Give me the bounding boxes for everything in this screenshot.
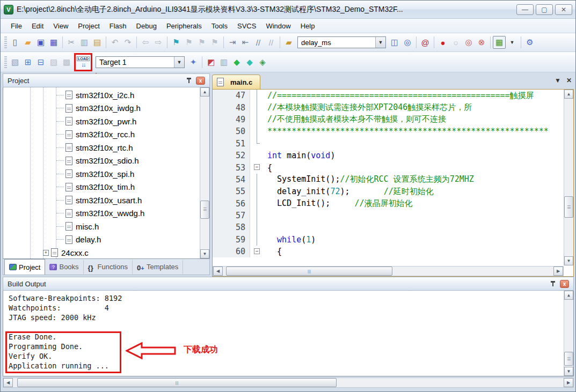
save-icon[interactable]: ▣ — [34, 36, 47, 49]
target-select-combobox[interactable]: Target 1 ▼ — [96, 56, 185, 68]
tab-list-dropdown-icon[interactable]: ▼ — [555, 77, 561, 84]
tree-item-stm32f10x_i2c-h[interactable]: stm32f10x_i2c.h — [3, 88, 200, 102]
menu-edit[interactable]: Edit — [27, 20, 48, 32]
select-software-packs-icon[interactable]: ◆ — [230, 56, 243, 69]
find-icon[interactable]: ◫ — [388, 36, 401, 49]
clear-bookmarks-icon[interactable]: ⚑ — [208, 36, 221, 49]
uncomment-icon[interactable]: // — [265, 36, 278, 49]
current-window-icon[interactable]: ▦ — [493, 36, 506, 49]
panel-tab-templates[interactable]: 0+Templates — [133, 260, 183, 274]
scroll-right-icon[interactable]: ▶ — [553, 267, 563, 276]
comment-icon[interactable]: // — [252, 36, 265, 49]
tree-item-stm32f10x_rtc-h[interactable]: stm32f10x_rtc.h — [3, 141, 200, 154]
menu-view[interactable]: View — [48, 20, 73, 32]
redo-icon[interactable]: ↷ — [121, 36, 134, 49]
menu-flash[interactable]: Flash — [105, 20, 132, 32]
tree-item-misc-h[interactable]: misc.h — [3, 220, 200, 233]
scroll-left-icon[interactable]: ◀ — [213, 267, 223, 276]
find-text-combobox[interactable]: delay_ms ▼ — [297, 36, 386, 48]
menu-window[interactable]: Window — [261, 20, 295, 32]
close-button[interactable]: ✕ — [555, 4, 572, 15]
bookmark-icon[interactable]: ⚑ — [170, 36, 183, 49]
window-dropdown-icon[interactable]: ▼ — [506, 36, 519, 49]
scrollbar-thumb[interactable]: ☰ — [564, 352, 573, 366]
rebuild-all-icon[interactable]: ▨ — [47, 56, 60, 69]
insert-breakpoint-icon[interactable]: ● — [436, 36, 449, 49]
tree-item-stm32f10x_wwdg-h[interactable]: stm32f10x_wwdg.h — [3, 207, 200, 220]
tree-item-stm32f10x_spi-h[interactable]: stm32f10x_spi.h — [3, 167, 200, 181]
previous-bookmark-icon[interactable]: ⚑ — [183, 36, 195, 49]
menu-debug[interactable]: Debug — [132, 20, 162, 32]
cut-icon[interactable]: ✂ — [65, 36, 78, 49]
toolbar-grip[interactable] — [4, 36, 7, 48]
build-target-icon[interactable]: ⊟ — [34, 56, 47, 69]
batch-build-icon[interactable]: ▩ — [60, 56, 73, 69]
editor-horizontal-scrollbar[interactable]: ◀ ||| ▶ — [213, 266, 564, 276]
code-surface[interactable]: 47//====================================… — [213, 90, 564, 265]
menu-file[interactable]: File — [6, 20, 27, 32]
build-output-scrollbar[interactable]: ▲ ☰ ▼ — [564, 291, 573, 376]
menu-tools[interactable]: Tools — [207, 20, 232, 32]
fold-margin[interactable]: − — [250, 246, 264, 257]
editor-vertical-scrollbar[interactable]: ▲ ☰ ▼ — [564, 90, 573, 265]
tab-main-c[interactable]: main.c — [212, 75, 260, 89]
software-packs-icon[interactable]: ◈ — [256, 56, 269, 69]
disable-all-breakpoints-icon[interactable]: ◎ — [462, 36, 475, 49]
combo-dropdown-icon[interactable]: ▼ — [174, 57, 184, 68]
menu-svcs[interactable]: SVCS — [232, 20, 261, 32]
menu-project[interactable]: Project — [73, 20, 104, 32]
find-in-files-at-icon[interactable]: @ — [419, 36, 432, 49]
tree-item-stm32f10x_iwdg-h[interactable]: stm32f10x_iwdg.h — [3, 102, 200, 115]
indent-icon[interactable]: ⇥ — [226, 36, 239, 49]
tree-item-stm32f10x_usart-h[interactable]: stm32f10x_usart.h — [3, 194, 200, 207]
scroll-down-icon[interactable]: ▼ — [564, 367, 573, 376]
project-tree[interactable]: stm32f10x_i2c.hstm32f10x_iwdg.hstm32f10x… — [3, 87, 210, 259]
copy-icon[interactable]: ▥ — [78, 36, 91, 49]
menu-help[interactable]: Help — [296, 20, 320, 32]
scroll-up-icon[interactable]: ▲ — [564, 291, 573, 300]
tree-item-24cxx-c[interactable]: +24cxx.c — [3, 246, 200, 259]
options-for-target-icon[interactable]: ✦ — [187, 56, 200, 69]
fold-margin[interactable]: − — [250, 161, 264, 173]
translate-file-icon[interactable]: ⊞ — [21, 56, 34, 69]
minimize-button[interactable]: — — [516, 4, 534, 15]
scroll-right-icon[interactable]: ▶ — [564, 378, 573, 387]
manage-runtime-environment-icon[interactable]: ◩ — [205, 56, 217, 69]
scroll-down-icon[interactable]: ▼ — [564, 256, 573, 265]
build-output-close-icon[interactable]: x — [560, 280, 569, 288]
pin-icon[interactable] — [549, 280, 557, 287]
panel-tab-books[interactable]: ?Books — [45, 260, 83, 274]
navigate-forward-icon[interactable]: ⇨ — [152, 36, 165, 49]
tree-item-delay-h[interactable]: delay.h — [3, 233, 200, 247]
pin-icon[interactable] — [185, 77, 193, 84]
navigate-back-icon[interactable]: ⇦ — [139, 36, 152, 49]
expand-icon[interactable]: + — [43, 250, 49, 256]
scrollbar-thumb[interactable]: ||| — [226, 267, 392, 276]
tree-item-stm32f10x_rcc-h[interactable]: stm32f10x_rcc.h — [3, 128, 200, 142]
project-tree-scrollbar[interactable]: ▲ ☰ ▼ — [200, 87, 209, 258]
pack-installer-icon[interactable]: ◆ — [243, 56, 256, 69]
project-close-icon[interactable]: x — [196, 77, 205, 85]
tree-item-stm32f10x_sdio-h[interactable]: stm32f10x_sdio.h — [3, 154, 200, 168]
panel-tab-functions[interactable]: {}Functions — [84, 260, 133, 274]
undo-icon[interactable]: ↶ — [108, 36, 121, 49]
kill-all-breakpoints-icon[interactable]: ⊗ — [475, 36, 488, 49]
fold-collapse-icon[interactable]: − — [254, 248, 260, 254]
scroll-down-icon[interactable]: ▼ — [200, 249, 209, 258]
tree-item-stm32f10x_pwr-h[interactable]: stm32f10x_pwr.h — [3, 115, 200, 128]
maximize-button[interactable]: ▢ — [536, 4, 553, 15]
build-output-log[interactable]: Software-Breakpoints: 8192Watchpoints: 4… — [3, 291, 574, 376]
debug-session-icon[interactable]: ▧ — [9, 56, 21, 69]
open-folder-icon[interactable]: ▰ — [21, 36, 34, 49]
enable-disable-breakpoint-icon[interactable]: ○ — [449, 36, 462, 49]
incremental-find-icon[interactable]: ◎ — [401, 36, 414, 49]
find-in-files-icon[interactable]: ▰ — [282, 36, 295, 49]
scroll-up-icon[interactable]: ▲ — [564, 90, 573, 99]
configure-wrench-icon[interactable]: ⚙ — [523, 36, 536, 49]
save-all-icon[interactable]: ▦ — [47, 36, 60, 49]
scrollbar-thumb[interactable]: ☰ — [200, 201, 209, 219]
panel-tab-project[interactable]: Project — [4, 259, 45, 275]
close-document-icon[interactable]: ✕ — [566, 77, 572, 84]
paste-icon[interactable]: ▤ — [91, 36, 104, 49]
scroll-up-icon[interactable]: ▲ — [200, 87, 209, 97]
